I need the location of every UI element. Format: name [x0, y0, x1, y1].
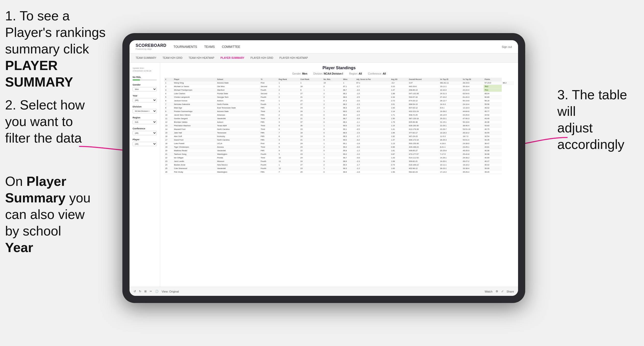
table-cell: 14-26-1 [439, 156, 462, 160]
table-cell: North Carolina [216, 128, 260, 131]
table-cell: 68.2 [342, 92, 355, 95]
table-cell: 27 [299, 163, 323, 167]
table-row: 5Christo LamprechtGeorgia TechFourth2212… [164, 95, 514, 99]
table-cell: 23 [299, 153, 323, 156]
table-cell: Florida State [216, 92, 260, 95]
sidebar-player-select[interactable]: (All) [133, 142, 157, 146]
table-cell: Taehoon Song [173, 153, 216, 156]
table-cell: First [260, 99, 278, 103]
nav-link-tournaments[interactable]: TOURNAMENTS [174, 45, 197, 49]
table-cell: 69.1 [342, 128, 355, 131]
toolbar-watch[interactable]: Watch [485, 290, 493, 293]
filter-gender-value: Men [302, 72, 307, 75]
table-cell: Ole Miss [216, 85, 260, 88]
table-cell: 8 [299, 88, 323, 92]
table-cell: 23 [164, 160, 173, 163]
table-row: 10Jacob Skov OlesenArkansasFifth223068.4… [164, 113, 514, 117]
table-cell: 22 [164, 156, 173, 160]
table-cell: 22-29-1 [439, 124, 462, 128]
table-cell: 68.7 [342, 156, 355, 160]
table-cell: 4 [278, 138, 299, 142]
table-cell: -1.7 [355, 163, 390, 167]
nav-link-teams[interactable]: TEAMS [204, 45, 215, 49]
sidebar-year-select[interactable]: (All) [133, 98, 157, 102]
table-cell: 1.68 [390, 160, 408, 163]
sub-nav-player-summary[interactable]: PLAYER SUMMARY [221, 57, 244, 59]
nav-links: TOURNAMENTS TEAMS COMMITTEE [174, 45, 502, 49]
table-cell: Fifth [260, 113, 278, 117]
table-row: 14Maxwell FordNorth CarolinaThird423069.… [164, 128, 514, 131]
col-conf-rank: Conf Rank [299, 78, 323, 81]
player-standings-table: # Player School Yr Reg Rank Conf Rank No… [164, 78, 514, 174]
sub-nav-team-summary[interactable]: TEAM SUMMARY [136, 57, 157, 59]
table-row: 3Michael ThorbjornsenStanfordFourth28168… [164, 88, 514, 92]
table-cell: -1.5 [355, 131, 390, 135]
sidebar-region: Region N/A [133, 116, 157, 124]
table-cell: 1.43 [390, 156, 408, 160]
toolbar-share[interactable]: Share [507, 290, 514, 293]
table-cell: 0.96 [390, 145, 408, 149]
table-cell: 40.35 [484, 138, 502, 142]
table-cell: 381-61-11 [439, 81, 462, 85]
table-cell: 43.49 [484, 117, 502, 120]
sidebar-gender-title: Gender [133, 84, 157, 86]
sign-out-link[interactable]: Sign out [502, 45, 512, 48]
sub-nav-team-h2h-heatmap[interactable]: TEAM H2H HEATMAP [189, 57, 214, 59]
sidebar-division-select[interactable]: NCAA Division I [133, 109, 157, 113]
col-adj-score: Adj. Score to Par [355, 78, 390, 81]
table-cell: -1.2 [355, 167, 390, 170]
table-cell: 1.92 [390, 135, 408, 138]
sub-nav-team-h2h-grid[interactable]: TEAM H2H GRID [163, 57, 183, 59]
sidebar-slider[interactable] [133, 79, 157, 80]
table-cell: -0.8 [355, 156, 390, 160]
table-title: Player Standings [164, 66, 514, 70]
sidebar-gender: Gender Men [133, 84, 157, 91]
table-cell: 547-142-38 [408, 92, 439, 95]
table-cell: 387-133-16 [408, 117, 439, 120]
nav-link-committee[interactable]: COMMITTEE [222, 45, 240, 49]
table-cell: Second [260, 85, 278, 88]
table-cell: 0.74 [390, 163, 408, 167]
table-cell: -1.1 [355, 120, 390, 124]
table-cell: 1 [323, 124, 342, 128]
toolbar-zoom-fit[interactable]: ⊞ [144, 290, 147, 293]
table-cell: 467-29-23 [408, 135, 439, 138]
table-cell: 2 [278, 88, 299, 92]
table-cell: 24 [299, 156, 323, 160]
table-row: 22Ian GilliganFloridaThird1024168.7-0.81… [164, 156, 514, 160]
table-row: 17David FordNorth CarolinaFifth421069.0-… [164, 138, 514, 142]
table-cell: 50-19-8 [462, 99, 484, 103]
table-cell: 69.0 [342, 110, 355, 113]
table-cell: 2 [323, 103, 342, 106]
table-cell: 10 [278, 156, 299, 160]
toolbar-time[interactable]: 🕐 [155, 290, 159, 293]
sidebar-conference-select[interactable]: (All) [133, 131, 157, 135]
table-cell: 69.4 [342, 163, 355, 167]
filter-conference: Conference: All [368, 72, 386, 75]
sidebar-region-select[interactable]: N/A [133, 120, 157, 124]
toolbar-expand[interactable]: ⤢ [501, 290, 504, 293]
table-cell: 49.42 [484, 106, 502, 110]
toolbar-undo[interactable]: ↺ [134, 290, 136, 293]
sub-nav-player-h2h-heatmap[interactable]: PLAYER H2H HEATMAP [279, 57, 308, 59]
table-cell: 61-20-3 [462, 95, 484, 99]
table-cell: Luke Powell [173, 142, 216, 145]
instruction-1: 1. To see a Player's rankings summary cl… [5, 8, 117, 90]
toolbar-crop[interactable]: ✂ [150, 290, 152, 293]
table-cell: -1.7 [355, 135, 390, 138]
table-row: 2Michael Le SassoOle MissSecond118067.1-… [164, 85, 514, 88]
toolbar-settings[interactable]: ⚙ [496, 290, 498, 293]
table-row: 23Jack LundinMissouriFourth1124068.6-2.3… [164, 160, 514, 163]
table-cell: 22 [299, 149, 323, 153]
toolbar-view[interactable]: View: Original [162, 290, 179, 293]
sidebar-gender-select[interactable]: Men [133, 87, 157, 91]
table-cell: Phichaksn Maichon [173, 124, 216, 128]
toolbar-redo[interactable]: ↻ [139, 290, 141, 293]
sub-nav-player-h2h-grid[interactable]: PLAYER H2H GRID [251, 57, 273, 59]
table-cell: 67.3 [342, 99, 355, 103]
table-cell: 30.98 [484, 153, 502, 156]
table-cell: 60.89 [484, 95, 502, 99]
table-cell: Third [260, 156, 278, 160]
table-cell: 1 [342, 81, 355, 85]
table-cell: 45.77 [484, 110, 502, 113]
